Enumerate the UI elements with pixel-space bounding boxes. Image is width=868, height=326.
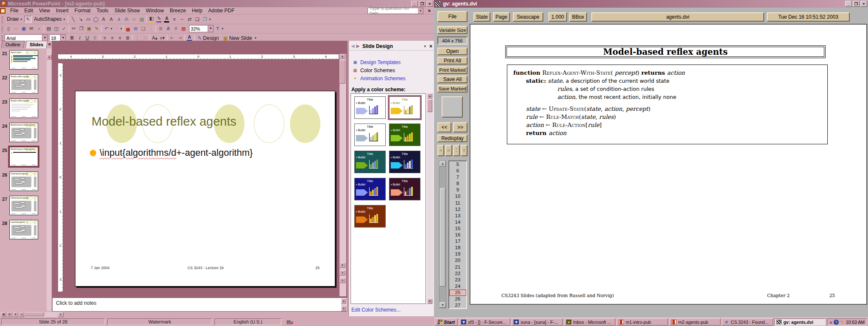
gv-page-5[interactable]: 5 xyxy=(449,161,466,168)
toolbar-options-icon[interactable]: ▾ xyxy=(222,27,223,31)
taskbar-m1-intro-pub[interactable]: ▊m1-intro-pub xyxy=(617,318,668,326)
close-button[interactable]: × xyxy=(860,1,867,7)
gv-document-view[interactable]: Model-based reflex agents function Refle… xyxy=(470,24,867,305)
mail-icon[interactable]: ✉ xyxy=(28,25,35,32)
taskbar-suna-suna-f[interactable]: ▼suna - [suna] - F-... xyxy=(512,318,563,326)
color-scheme-4[interactable]: Title▪ Bullet xyxy=(389,124,420,146)
gv-page-6[interactable]: 6 xyxy=(449,168,466,174)
gv-scale-button[interactable]: 1.000 xyxy=(548,12,567,22)
scroll-down-icon[interactable]: ▼ xyxy=(339,263,345,268)
tab-outline[interactable]: Outline xyxy=(1,41,25,48)
gv-page-scrollbar[interactable]: ▲ ▼ xyxy=(439,160,446,308)
slide-thumbnail-25[interactable]: 25Model-based reflex agents xyxy=(0,147,47,166)
gv-magnifier-box[interactable] xyxy=(442,96,463,118)
dash-style-icon[interactable]: ╌ xyxy=(178,16,186,23)
scrollbar-thumb[interactable] xyxy=(339,60,345,84)
hscroll-right-icon[interactable]: ▸ xyxy=(58,312,64,317)
gv-print-all-button[interactable]: Print All xyxy=(437,57,467,65)
gv-page-23[interactable]: 23 xyxy=(449,277,466,283)
mark-odd-icon[interactable]: ⁚ xyxy=(453,145,460,156)
gv-page-16[interactable]: 16 xyxy=(449,232,466,238)
thumbnail-image[interactable]: Simple reflex agents xyxy=(9,98,38,118)
insert-picture-icon[interactable]: ▨ xyxy=(138,16,145,23)
forward-icon[interactable]: ▶ xyxy=(356,43,359,49)
gv-page-10[interactable]: 10 xyxy=(449,193,466,200)
slide-thumbnail-26[interactable]: 26Goal-based agents xyxy=(0,171,47,191)
normal-view-icon[interactable]: ▣ xyxy=(1,312,6,317)
toolbar-grip[interactable] xyxy=(1,25,3,32)
fill-color-icon[interactable]: ◧ xyxy=(147,16,155,23)
link-design-templates[interactable]: ▣Design Templates xyxy=(352,59,401,65)
document-close-button[interactable]: × xyxy=(426,8,433,14)
question-box[interactable]: Type a question for help ▾ xyxy=(367,8,423,14)
winamp-tray-icon[interactable]: ϟ xyxy=(834,320,839,325)
gv-variable-size-button[interactable]: Variable Size xyxy=(437,26,467,34)
back-icon[interactable]: ◀ xyxy=(351,43,354,49)
status-language[interactable]: English (U.S.) xyxy=(214,318,281,325)
vertical-ruler[interactable]: 3210123 xyxy=(58,63,63,292)
gv-page-11[interactable]: 11 xyxy=(449,200,466,206)
menu-slide-show[interactable]: Slide Show xyxy=(111,7,143,14)
text-box-icon[interactable]: A xyxy=(100,16,107,23)
status-template[interactable]: Watermark xyxy=(107,318,212,325)
insert-table-icon[interactable]: ⊞ xyxy=(132,25,139,32)
tab-slides[interactable]: Slides xyxy=(25,41,48,48)
gv-file-button[interactable]: File xyxy=(437,11,467,22)
line-color-icon[interactable]: ✎ xyxy=(155,16,163,23)
spelling-icon[interactable]: ✓ xyxy=(60,25,68,32)
clipart-icon[interactable]: ☺ xyxy=(130,16,138,23)
menu-view[interactable]: View xyxy=(36,7,53,14)
line-style-icon[interactable]: ≡ xyxy=(170,16,178,23)
gv-redisplay-button[interactable]: Redisplay xyxy=(437,135,467,142)
slide-thumbnail-23[interactable]: 23Simple reflex agents xyxy=(0,98,47,118)
gv-print-marked-button[interactable]: Print Marked xyxy=(437,66,467,74)
notes-pane[interactable]: Click to add notes ▲ ▼ xyxy=(52,298,348,312)
gv-save-all-button[interactable]: Save All xyxy=(437,76,467,83)
task-pane-dropdown-icon[interactable]: ▾ xyxy=(424,44,426,48)
print-preview-icon[interactable]: ◫ xyxy=(53,25,60,32)
previous-slide-icon[interactable]: ⇞ xyxy=(339,270,345,275)
shadow-style-icon[interactable]: ❏ xyxy=(193,16,201,23)
thumbnail-image[interactable]: Utility-based agents xyxy=(9,196,38,215)
taskbar-sf3-f-secure[interactable]: ▼sf3 - [] - F-Secure... xyxy=(459,318,510,326)
font-scale-icon[interactable]: A xyxy=(164,25,172,32)
menu-adobe-pdf[interactable]: Adobe PDF xyxy=(205,7,237,14)
gv-page-21[interactable]: 21 xyxy=(449,264,466,270)
close-button[interactable]: × xyxy=(426,1,433,7)
font-color-icon[interactable]: A xyxy=(163,16,170,23)
gv-titlebar[interactable]: gv: agents.dvi _ ❐ × xyxy=(434,0,868,8)
zoom-dropdown-icon[interactable]: ▾ xyxy=(208,25,213,32)
rectangle-icon[interactable]: ▭ xyxy=(84,16,92,23)
gv-page-15[interactable]: 15 xyxy=(449,225,466,232)
gv-page-25[interactable]: 25 xyxy=(449,289,466,296)
gv-page-7[interactable]: 7 xyxy=(449,174,466,180)
menu-format[interactable]: Format xyxy=(72,7,94,14)
gv-page-button[interactable]: Page xyxy=(493,12,510,22)
gv-next-page-button[interactable]: >> xyxy=(453,122,467,132)
toolbar-options-icon[interactable]: ▾ xyxy=(255,36,256,40)
menu-tools[interactable]: Tools xyxy=(94,7,111,14)
edit-color-schemes-link[interactable]: Edit Color Schemes... xyxy=(351,307,401,313)
thumbnail-image[interactable]: Model-based reflex agents xyxy=(9,147,38,166)
format-painter-icon[interactable]: ✎ xyxy=(93,25,100,32)
scroll-down-icon[interactable]: ▼ xyxy=(341,306,346,311)
arrow-icon[interactable]: ↘ xyxy=(77,16,84,23)
scroll-up-icon[interactable]: ▲ xyxy=(339,54,345,59)
next-slide-icon[interactable]: ⇟ xyxy=(339,278,345,283)
slide-layout-icon[interactable]: ❏ xyxy=(139,25,147,32)
scrollbar-thumb[interactable] xyxy=(440,188,445,287)
show-grid-icon[interactable]: # xyxy=(172,25,180,32)
powerpoint-titlebar[interactable]: P Microsoft PowerPoint - [m2-agents-pub]… xyxy=(0,0,434,7)
color-schemes-toolbar-icon[interactable]: ▩ xyxy=(180,25,187,32)
save-icon[interactable]: ▣ xyxy=(20,25,28,32)
menu-breeze[interactable]: Breeze xyxy=(167,7,189,14)
copy-icon[interactable]: ❐ xyxy=(78,25,85,32)
zoom-combo[interactable]: 32% ▾ xyxy=(189,25,214,32)
gv-page-17[interactable]: 17 xyxy=(449,238,466,244)
select-arrow-icon[interactable]: ↖ xyxy=(24,16,32,23)
toolbar-grip[interactable] xyxy=(1,15,3,23)
scroll-up-icon[interactable]: ▲ xyxy=(427,93,432,98)
web-icon[interactable]: ♁ xyxy=(147,25,155,32)
task-pane-close-icon[interactable]: × xyxy=(429,43,432,49)
slide-bullet-line[interactable]: \input{algorithms/d+-agent-algorithm} xyxy=(90,147,253,158)
